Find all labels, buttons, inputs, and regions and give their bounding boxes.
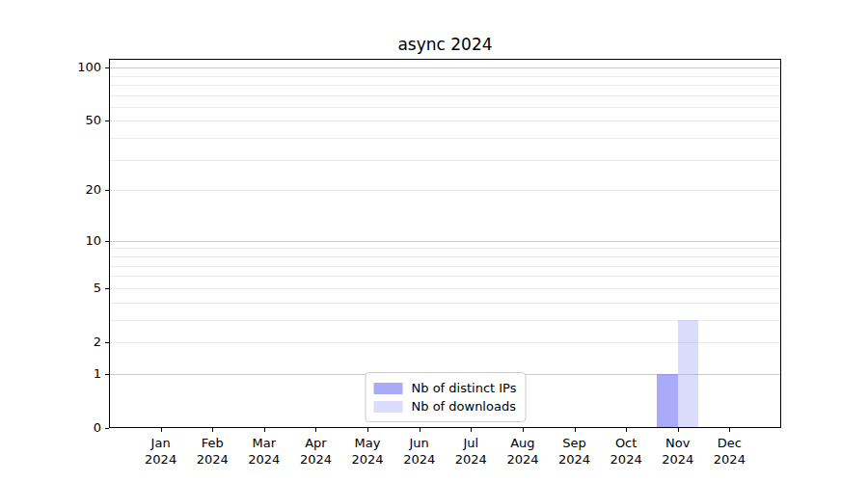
legend: Nb of distinct IPsNb of downloads xyxy=(366,372,527,422)
x-tick-mark xyxy=(420,428,420,432)
y-tick-mark xyxy=(105,428,109,429)
legend-item: Nb of distinct IPs xyxy=(374,379,517,397)
x-tick-mark xyxy=(264,428,265,432)
legend-label: Nb of distinct IPs xyxy=(412,381,517,395)
y-tick-mark xyxy=(105,288,109,289)
chart-figure: async 2024 0125102050100 Jan2024Feb2024M… xyxy=(0,0,868,482)
y-tick-label: 0 xyxy=(5,420,101,436)
y-tick-label: 5 xyxy=(5,281,101,296)
y-tick-mark xyxy=(105,342,109,343)
y-tick-mark xyxy=(105,190,109,191)
x-tick-mark xyxy=(161,428,162,432)
y-tick-mark xyxy=(105,67,109,68)
x-tick-mark xyxy=(729,428,730,432)
x-tick-mark xyxy=(575,428,576,432)
y-tick-label: 1 xyxy=(5,366,101,382)
bar-downloads xyxy=(678,320,698,428)
legend-item: Nb of downloads xyxy=(374,397,517,415)
legend-label: Nb of downloads xyxy=(412,399,516,414)
y-tick-label: 10 xyxy=(5,233,101,249)
bar-distinct-ips xyxy=(657,374,677,428)
x-tick-mark xyxy=(471,428,472,432)
x-tick-mark xyxy=(212,428,213,432)
x-tick-mark xyxy=(367,428,368,432)
y-tick-label: 50 xyxy=(5,113,101,128)
legend-swatch xyxy=(374,383,403,394)
x-tick-mark xyxy=(678,428,679,432)
y-tick-label: 100 xyxy=(5,60,101,75)
x-tick-label: Dec2024 xyxy=(686,436,773,468)
y-tick-label: 2 xyxy=(5,335,101,350)
x-tick-mark xyxy=(315,428,316,432)
y-tick-mark xyxy=(105,120,109,121)
y-tick-label: 20 xyxy=(5,182,101,198)
y-tick-mark xyxy=(105,241,109,242)
y-tick-mark xyxy=(105,374,109,375)
x-tick-mark xyxy=(626,428,627,432)
legend-swatch xyxy=(374,401,403,413)
x-tick-mark xyxy=(523,428,524,432)
chart-title: async 2024 xyxy=(109,35,781,54)
